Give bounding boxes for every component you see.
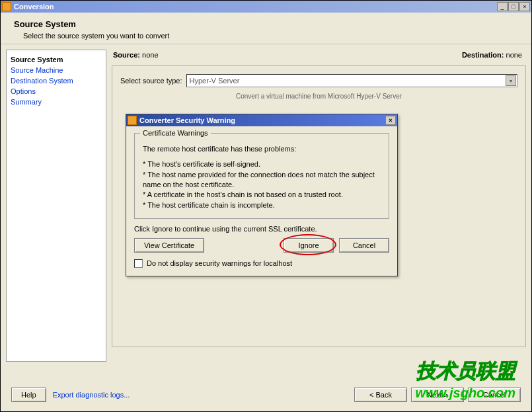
window-title: Conversion — [14, 3, 497, 11]
warning-intro: The remote host certificate has these pr… — [143, 144, 381, 154]
select-source-label: Select source type: — [120, 77, 182, 85]
wizard-header: Source System Select the source system y… — [1, 13, 531, 44]
dialog-close-button[interactable]: × — [385, 116, 396, 125]
warning-bullet: * The host's certificate is self-signed. — [143, 159, 381, 169]
dialog-body: Certificate Warnings The remote host cer… — [126, 126, 397, 276]
watermark-url: www.jsgho.com — [416, 386, 516, 401]
window-controls: _ □ × — [497, 2, 530, 11]
sidebar-item-source-system[interactable]: Source System — [11, 54, 102, 65]
sidebar-item-source-machine[interactable]: Source Machine — [11, 65, 102, 75]
source-description: Convert a virtual machine from Microsoft… — [120, 93, 517, 100]
dialog-titlebar[interactable]: Converter Security Warning × — [126, 114, 397, 126]
dialog-icon — [128, 116, 137, 125]
warning-bullet: * The host name provided for the connect… — [143, 170, 381, 190]
security-warning-dialog: Converter Security Warning × Certificate… — [126, 114, 398, 276]
minimize-button[interactable]: _ — [497, 2, 508, 11]
close-button[interactable]: × — [519, 2, 530, 11]
destination-info: Destination: none — [462, 51, 522, 59]
page-title: Source System — [14, 19, 518, 29]
help-button[interactable]: Help — [11, 388, 46, 402]
chevron-down-icon[interactable]: ▾ — [506, 75, 516, 86]
watermark-text: 技术员联盟 — [416, 358, 515, 385]
view-certificate-button[interactable]: View Certificate — [134, 238, 204, 253]
select-source-row: Select source type: Hyper-V Server ▾ — [120, 74, 517, 87]
export-logs-link[interactable]: Export diagnostic logs... — [53, 391, 130, 399]
sidebar-item-options[interactable]: Options — [11, 86, 102, 97]
warning-bullet: * A certificate in the host's chain is n… — [143, 190, 381, 200]
warning-bullets: * The host's certificate is self-signed.… — [143, 159, 381, 210]
suppress-warnings-checkbox[interactable] — [134, 259, 143, 268]
app-icon — [2, 2, 11, 11]
dialog-title: Converter Security Warning — [139, 116, 235, 124]
group-legend: Certificate Warnings — [140, 129, 211, 137]
sidebar-item-destination-system[interactable]: Destination System — [11, 75, 102, 86]
ignore-button[interactable]: Ignore — [284, 238, 334, 253]
warning-bullet: * The host certificate chain is incomple… — [143, 200, 381, 210]
dialog-instruction: Click Ignore to continue using the curre… — [134, 224, 389, 234]
source-type-value: Hyper-V Server — [190, 77, 240, 85]
window-titlebar[interactable]: Conversion _ □ × — [1, 1, 531, 13]
sidebar-item-summary[interactable]: Summary — [11, 97, 102, 107]
maximize-button[interactable]: □ — [508, 2, 519, 11]
destination-value: none — [506, 51, 522, 59]
page-subtitle: Select the source system you want to con… — [23, 32, 518, 40]
dialog-buttons: View Certificate Ignore Cancel — [134, 238, 389, 253]
suppress-warnings-label: Do not display security warnings for loc… — [147, 259, 292, 267]
dialog-cancel-button[interactable]: Cancel — [339, 238, 389, 253]
destination-label: Destination: — [462, 51, 504, 59]
source-value: none — [142, 51, 158, 59]
source-label: Source: — [113, 51, 140, 59]
source-type-dropdown[interactable]: Hyper-V Server ▾ — [186, 74, 517, 87]
wizard-steps-sidebar: Source System Source Machine Destination… — [6, 50, 106, 362]
source-info: Source: none — [113, 51, 159, 59]
source-dest-row: Source: none Destination: none — [112, 50, 526, 65]
suppress-warnings-row: Do not display security warnings for loc… — [134, 259, 389, 268]
back-button[interactable]: < Back — [354, 388, 407, 402]
certificate-warnings-group: Certificate Warnings The remote host cer… — [134, 133, 389, 219]
